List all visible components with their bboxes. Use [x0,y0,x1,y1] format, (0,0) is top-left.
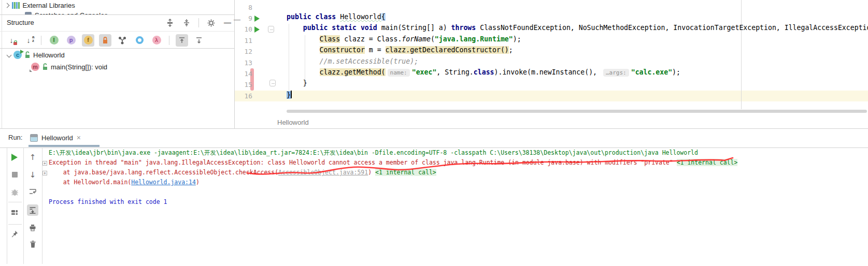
trash-icon [29,240,37,248]
group-methods-button[interactable] [116,34,129,47]
lambda-icon: λ [152,36,161,45]
error-text: at Helloworld.main( [49,179,131,186]
close-icon[interactable]: × [77,134,81,142]
hide-icon: — [224,19,231,27]
settings-button[interactable] [205,17,217,29]
expand-all-button[interactable] [164,17,176,29]
class-icon: c [13,51,22,59]
show-inherited-button[interactable]: I [48,34,60,47]
divider [8,224,22,225]
fold-expand-icon[interactable]: + [42,171,47,175]
run-tab-label: Helloworld [41,134,73,142]
up-stack-trace-button[interactable]: ↑ [27,152,38,163]
down-arrow-icon: ↓ [30,170,36,180]
show-non-public-button[interactable] [99,34,111,47]
show-fields-button[interactable]: f [82,34,94,47]
tree-item-external-libraries[interactable]: External Libraries [5,0,75,10]
text-caret [291,91,292,98]
pin-tab-button[interactable] [9,228,20,240]
code-line-12[interactable]: Constructor m = clazz.getDeclaredConstru… [287,46,513,57]
parameter-hint: …args: [603,69,629,77]
structure-item-label: main(String[]): void [51,63,107,71]
collapse-all-button[interactable] [180,17,193,29]
down-stack-trace-button[interactable]: ↓ [27,169,38,181]
sort-alphabetically-button[interactable]: ↓ az [22,34,35,47]
stop-button[interactable] [9,169,20,180]
restore-layout-button[interactable] [9,206,20,218]
fold-expand-icon[interactable]: + [42,161,47,166]
keyword: public static void [303,24,381,32]
fold-marker-icon[interactable] [269,80,276,86]
stacktrace-link[interactable]: AccessibleObject.java:591 [278,169,368,176]
keyword: class [474,68,494,76]
hide-panel-button[interactable]: — [221,17,234,29]
code-text: ).invoke(m.newInstance(), [494,68,601,76]
soft-wrap-button[interactable] [27,186,38,197]
run-tab-helloworld[interactable]: Helloworld × [30,130,81,145]
chevron-down-icon[interactable] [7,52,12,57]
code-text: ); [672,68,680,76]
matched-brace: } [287,91,291,99]
string-literal: "java.lang.Runtime" [435,35,513,43]
rerun-debug-button[interactable] [9,186,20,198]
highlighted-usage: clazz.getDeclaredConstructor() [386,46,509,54]
indent [287,57,320,65]
code-line-15[interactable]: } [287,79,307,90]
show-lambdas-button[interactable]: λ [150,34,163,47]
sort-by-visibility-icon: ↓ [10,36,13,45]
indent [287,24,303,32]
right-margin-guide [741,0,742,109]
code-line-9[interactable]: public class Helloworld{ [287,13,386,24]
code-line-11[interactable]: Class clazz = Class.forName("java.lang.R… [287,35,521,46]
code-text: , String. [436,68,473,76]
code-line-10[interactable]: public static void main(String[] a) thro… [287,24,868,35]
sort-by-visibility-button[interactable]: ↓ [5,34,18,47]
code-line-16[interactable]: } [287,91,292,101]
print-button[interactable] [27,222,38,233]
structure-item-method[interactable]: m main(String[]): void [31,63,107,71]
run-panel-label: Run: [8,134,22,141]
printer-icon [29,224,37,232]
structure-item-class[interactable]: c Helloworld [7,51,65,59]
console-process-finished: Process finished with exit code 1 [49,198,167,208]
tree-item-label: External Libraries [23,2,75,9]
divider [7,148,7,264]
show-inherited-icon: I [50,36,59,45]
stacktrace-link[interactable]: Helloworld.java:14 [131,179,196,186]
autoscroll-to-source-button[interactable] [176,34,188,47]
chevron-right-icon[interactable] [5,3,10,8]
parameter-hint: name: [388,69,410,77]
divider [0,147,868,148]
gear-icon [207,19,216,27]
show-properties-button[interactable]: p [65,34,77,47]
ring-icon [136,36,144,44]
code-text: m = [365,46,386,54]
method-icon: m [31,63,39,71]
autoscroll-from-source-icon [195,36,203,45]
scroll-to-end-button[interactable] [27,204,38,216]
highlighted-usage: clazz.getMethod( [320,68,386,76]
unlocked-icon [24,51,31,58]
horizontal-scrollbar[interactable] [287,110,867,113]
string-literal: "calc.exe" [631,68,672,76]
autoscroll-from-source-button[interactable] [193,34,205,47]
divider [41,36,41,45]
fold-marker-icon[interactable] [268,26,274,33]
structure-panel-title: Structure [7,19,34,26]
clear-all-button[interactable] [27,239,38,250]
string-literal: "exec" [412,68,437,76]
rerun-button[interactable] [9,152,20,163]
breadcrumb[interactable]: Helloworld [277,119,309,126]
unlocked-icon [42,63,48,70]
line-number: 13 [235,57,252,68]
indent [287,35,320,43]
fold-collapse-icon[interactable]: — [234,16,240,23]
collapse-all-icon [182,19,191,27]
code-line-13[interactable]: //m.setAccessible(true); [287,57,418,68]
soft-wrap-icon [29,187,37,196]
code-text: ClassNotFoundException, NoSuchMethodExce… [480,24,868,32]
run-main-gutter-icon[interactable] [254,26,260,33]
show-anonymous-classes-button[interactable] [133,34,146,47]
run-class-gutter-icon[interactable] [254,16,260,22]
code-line-14[interactable]: clazz.getMethod(name:"exec", String.clas… [287,68,680,79]
